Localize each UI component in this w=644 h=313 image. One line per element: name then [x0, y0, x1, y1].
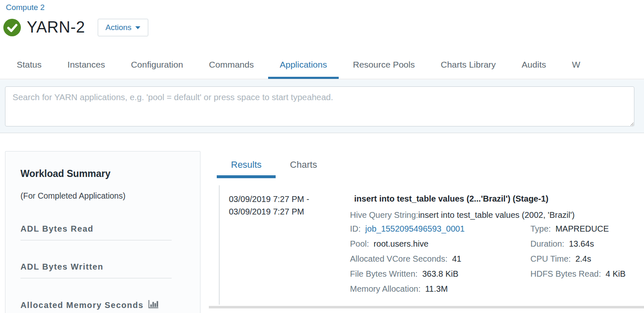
- detail-value: 13.64s: [569, 239, 594, 249]
- result-row-divider: [209, 306, 644, 308]
- workload-summary-title: Workload Summary: [20, 168, 200, 179]
- detail-row-cpu-time: CPU Time: 2.4s: [530, 251, 644, 266]
- hive-query-value: insert into test_table values (2002, 'Br…: [418, 210, 575, 220]
- actions-button-label: Actions: [106, 23, 132, 32]
- metric-adl-bytes-written[interactable]: ADL Bytes Written: [20, 262, 172, 278]
- health-check-circle-icon: [3, 19, 21, 36]
- page-title: YARN-2: [27, 18, 85, 36]
- tab-audits[interactable]: Audits: [510, 50, 558, 79]
- breadcrumb-compute-link[interactable]: Compute 2: [6, 3, 45, 12]
- detail-label: CPU Time:: [530, 254, 571, 264]
- bar-chart-icon: [148, 300, 159, 310]
- detail-value: 2.4s: [576, 254, 591, 264]
- detail-row-pool: Pool: root.users.hive: [350, 236, 530, 251]
- tab-charts[interactable]: Charts: [276, 150, 331, 178]
- detail-value: 4 KiB: [606, 269, 626, 279]
- workload-summary-panel: Workload Summary (For Completed Applicat…: [5, 151, 200, 313]
- hive-query-line: Hive Query String:insert into test_table…: [350, 209, 644, 221]
- detail-label: File Bytes Written:: [350, 269, 418, 279]
- job-id-link[interactable]: job_1552095496593_0001: [365, 224, 465, 234]
- tab-instances[interactable]: Instances: [56, 50, 117, 79]
- detail-value: root.users.hive: [374, 239, 428, 249]
- detail-label: Type:: [530, 224, 551, 234]
- detail-column-left: ID: job_1552095496593_0001 Pool: root.us…: [350, 221, 530, 296]
- metric-adl-bytes-read[interactable]: ADL Bytes Read: [20, 224, 172, 240]
- application-time-range: 03/09/2019 7:27 PM - 03/09/2019 7:27 PM: [220, 193, 346, 296]
- detail-label: Allocated VCore Seconds:: [350, 254, 447, 264]
- start-time: 03/09/2019 7:27 PM: [229, 194, 304, 204]
- tab-resource-pools[interactable]: Resource Pools: [341, 50, 426, 79]
- tab-truncated[interactable]: W: [560, 50, 592, 79]
- tab-charts-library[interactable]: Charts Library: [429, 50, 507, 79]
- detail-value: 11.3M: [425, 284, 448, 294]
- detail-value: MAPREDUCE: [555, 224, 609, 234]
- hive-query-label: Hive Query String:: [350, 210, 418, 220]
- results-charts-tabs: Results Charts: [217, 150, 644, 178]
- workload-summary-subtitle: (For Completed Applications): [20, 191, 200, 201]
- service-header: YARN-2 Actions: [3, 18, 148, 36]
- search-band: [0, 80, 644, 133]
- tab-results[interactable]: Results: [217, 150, 276, 178]
- detail-value: 363.8 KiB: [422, 269, 459, 279]
- time-separator: -: [307, 194, 309, 204]
- search-input[interactable]: [5, 86, 634, 126]
- detail-grid: ID: job_1552095496593_0001 Pool: root.us…: [350, 221, 644, 296]
- tab-commands[interactable]: Commands: [197, 50, 265, 79]
- detail-row-id: ID: job_1552095496593_0001: [350, 221, 530, 236]
- metric-label: Allocated Memory Seconds: [20, 300, 144, 310]
- end-time: 03/09/2019 7:27 PM: [229, 207, 304, 216]
- tab-configuration[interactable]: Configuration: [119, 50, 195, 79]
- detail-label: Memory Allocation:: [350, 284, 421, 294]
- detail-row-hdfs-bytes-read: HDFS Bytes Read: 4 KiB: [530, 266, 644, 281]
- service-nav-tabs: Status Instances Configuration Commands …: [0, 50, 644, 79]
- detail-label: ID:: [350, 224, 361, 234]
- detail-label: Pool:: [350, 239, 369, 249]
- metric-label: ADL Bytes Read: [20, 224, 94, 234]
- application-title: insert into test_table values (2...'Braz…: [354, 194, 644, 204]
- metric-label: ADL Bytes Written: [20, 262, 104, 272]
- actions-button[interactable]: Actions: [98, 19, 148, 36]
- tab-status[interactable]: Status: [5, 50, 53, 79]
- detail-label: Duration:: [530, 239, 564, 249]
- detail-value: 41: [452, 254, 461, 264]
- applications-results-panel: Results Charts 03/09/2019 7:27 PM - 03/0…: [209, 150, 644, 308]
- application-result-row: 03/09/2019 7:27 PM - 03/09/2019 7:27 PM …: [219, 185, 644, 305]
- detail-row-type: Type: MAPREDUCE: [530, 221, 644, 236]
- detail-row-allocated-vcore-seconds: Allocated VCore Seconds: 41: [350, 251, 530, 266]
- caret-down-icon: [135, 26, 140, 29]
- detail-row-memory-allocation: Memory Allocation: 11.3M: [350, 281, 530, 296]
- detail-label: HDFS Bytes Read:: [530, 269, 601, 279]
- detail-column-right: Type: MAPREDUCE Duration: 13.64s CPU Tim…: [530, 221, 644, 296]
- detail-row-duration: Duration: 13.64s: [530, 236, 644, 251]
- detail-row-file-bytes-written: File Bytes Written: 363.8 KiB: [350, 266, 530, 281]
- metric-allocated-memory-seconds[interactable]: Allocated Memory Seconds: [20, 300, 172, 310]
- tab-applications[interactable]: Applications: [268, 50, 339, 79]
- application-details: insert into test_table values (2...'Braz…: [346, 193, 644, 296]
